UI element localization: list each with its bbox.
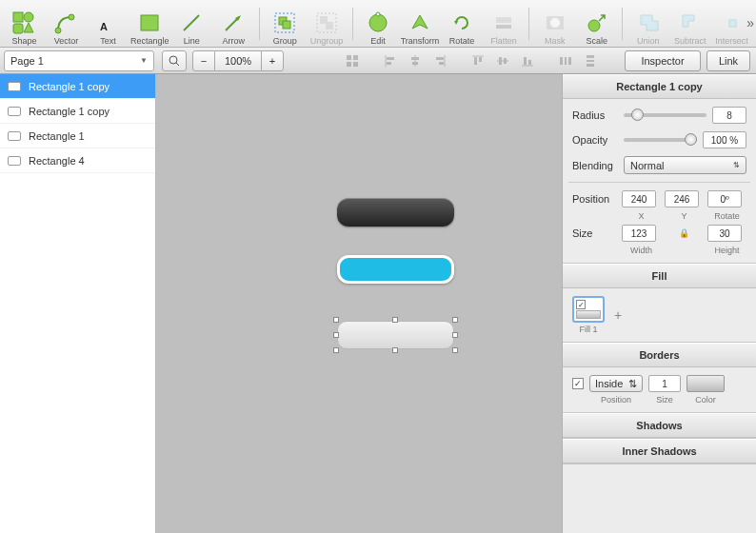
- rotate-input[interactable]: 0º: [707, 190, 742, 207]
- distribute-v-icon[interactable]: [581, 52, 600, 69]
- width-input[interactable]: 123: [622, 225, 656, 242]
- inspector-panel: Rectangle 1 copy Radius 8 Opacity 100 % …: [562, 74, 756, 533]
- tool-group[interactable]: Group: [265, 2, 306, 46]
- tool-subtract[interactable]: Subtract: [669, 2, 710, 46]
- zoom-group: − 100% +: [192, 50, 284, 71]
- lock-icon[interactable]: 🔒: [665, 228, 704, 238]
- border-enabled-checkbox[interactable]: ✓: [572, 378, 584, 389]
- position-x-input[interactable]: 240: [622, 190, 656, 207]
- inner-shadows-header[interactable]: Inner Shadows: [563, 439, 756, 464]
- selection-handle[interactable]: [333, 347, 339, 353]
- add-fill-button[interactable]: +: [610, 307, 626, 323]
- tool-mask[interactable]: Mask: [534, 2, 575, 46]
- inspector-button[interactable]: Inspector: [625, 50, 701, 71]
- fill-header[interactable]: Fill: [563, 264, 756, 288]
- align-center-h-icon[interactable]: [406, 52, 425, 69]
- fill-enabled-checkbox[interactable]: ✓: [576, 300, 586, 309]
- ungroup-icon: [314, 10, 339, 35]
- svg-point-1: [24, 12, 33, 22]
- svg-rect-26: [729, 20, 736, 27]
- canvas[interactable]: [156, 74, 562, 533]
- canvas-shape-dark[interactable]: [337, 198, 454, 227]
- selection-handle[interactable]: [452, 332, 458, 338]
- tool-text[interactable]: AText: [88, 2, 129, 46]
- toolbar-separator: [528, 8, 529, 40]
- tool-line[interactable]: Line: [171, 2, 212, 46]
- svg-point-17: [369, 14, 387, 31]
- rectangle-icon: [137, 10, 162, 35]
- tool-rectangle[interactable]: Rectangle: [129, 2, 170, 46]
- tool-edit[interactable]: Edit: [358, 2, 399, 46]
- selection-handle[interactable]: [392, 347, 398, 353]
- borders-header[interactable]: Borders: [563, 343, 756, 367]
- align-top-icon[interactable]: [468, 52, 487, 69]
- selection-handle[interactable]: [333, 332, 339, 338]
- tool-arrow[interactable]: Arrow: [213, 2, 254, 46]
- intersect-icon: [720, 10, 745, 35]
- opacity-slider[interactable]: [624, 138, 697, 142]
- align-left-icon[interactable]: [381, 52, 400, 69]
- layer-item[interactable]: Rectangle 1: [0, 124, 155, 148]
- subtract-icon: [678, 10, 703, 35]
- fill-swatch[interactable]: ✓: [572, 296, 605, 323]
- shadows-header[interactable]: Shadows: [563, 413, 756, 438]
- svg-marker-19: [412, 15, 428, 29]
- tool-vector[interactable]: Vector: [46, 2, 87, 46]
- tool-ungroup[interactable]: Ungroup: [307, 2, 348, 46]
- link-button[interactable]: Link: [706, 50, 750, 71]
- canvas-shape-selected[interactable]: [333, 317, 458, 353]
- border-size-input[interactable]: 1: [648, 375, 681, 392]
- canvas-shape-light[interactable]: [337, 321, 454, 349]
- toolbar-overflow-icon[interactable]: »: [746, 15, 754, 30]
- tool-flatten[interactable]: Flatten: [483, 2, 524, 46]
- search-button[interactable]: [162, 50, 187, 71]
- align-right-icon[interactable]: [430, 52, 449, 69]
- align-bottom-icon[interactable]: [518, 52, 537, 69]
- zoom-in-button[interactable]: +: [261, 50, 284, 71]
- toolbar-separator: [352, 8, 353, 40]
- main-toolbar: Shape Vector AText Rectangle Line Arrow …: [0, 0, 756, 48]
- border-position-select[interactable]: Inside⇅: [589, 375, 643, 392]
- selection-handle[interactable]: [333, 317, 339, 323]
- svg-rect-0: [13, 12, 23, 22]
- radius-slider[interactable]: [624, 113, 706, 117]
- transform-icon: [408, 10, 432, 35]
- inspector-title: Rectangle 1 copy: [563, 74, 756, 99]
- tool-scale[interactable]: Scale: [576, 2, 617, 46]
- height-input[interactable]: 30: [707, 225, 742, 242]
- view-grid-icon[interactable]: [343, 52, 362, 69]
- layer-item[interactable]: Rectangle 1 copy: [0, 74, 155, 99]
- border-color-swatch[interactable]: [686, 375, 725, 392]
- zoom-value[interactable]: 100%: [215, 50, 261, 71]
- selection-handle[interactable]: [392, 317, 398, 323]
- position-label: Position: [572, 193, 618, 205]
- svg-rect-50: [528, 60, 531, 65]
- tool-rotate[interactable]: Rotate: [441, 2, 482, 46]
- svg-rect-16: [326, 22, 333, 30]
- distribute-h-icon[interactable]: [556, 52, 575, 69]
- zoom-out-button[interactable]: −: [192, 50, 215, 71]
- blending-select[interactable]: Normal⇅: [624, 156, 746, 174]
- selection-handle[interactable]: [452, 347, 458, 353]
- canvas-shape-cyan[interactable]: [337, 255, 454, 284]
- layer-item[interactable]: Rectangle 1 copy: [0, 99, 155, 124]
- position-y-input[interactable]: 246: [665, 190, 699, 207]
- search-icon: [169, 55, 180, 67]
- opacity-input[interactable]: 100 %: [703, 131, 746, 148]
- svg-rect-30: [353, 55, 358, 60]
- tool-transform[interactable]: Transform: [400, 2, 441, 46]
- align-center-v-icon[interactable]: [493, 52, 512, 69]
- layers-panel: Rectangle 1 copy Rectangle 1 copy Rectan…: [0, 74, 156, 533]
- svg-rect-31: [347, 62, 351, 67]
- svg-text:A: A: [100, 21, 108, 32]
- updown-icon: ⇅: [733, 161, 740, 169]
- chevron-down-icon: ▼: [140, 56, 148, 65]
- layer-item[interactable]: Rectangle 4: [0, 148, 155, 173]
- selection-handle[interactable]: [452, 317, 458, 323]
- tool-union[interactable]: Union: [627, 2, 668, 46]
- tool-shape[interactable]: Shape: [4, 2, 45, 46]
- svg-line-8: [184, 15, 199, 30]
- svg-marker-20: [454, 21, 458, 25]
- radius-input[interactable]: 8: [712, 107, 746, 124]
- page-selector[interactable]: Page 1▼: [4, 50, 154, 71]
